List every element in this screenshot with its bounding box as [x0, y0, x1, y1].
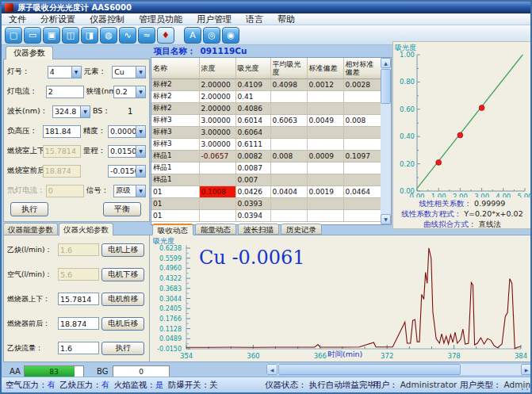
element-select[interactable]: Cu ▼ — [112, 66, 146, 78]
column-header[interactable]: 标准偏差 — [307, 58, 343, 78]
table-row[interactable]: 010.10080.04260.04040.00190.0464 — [151, 186, 381, 197]
signal-select[interactable]: 原级 ▼ — [113, 185, 146, 197]
lamp-icon[interactable]: ◎ — [203, 27, 220, 44]
scroll-left-icon[interactable]: ◀ — [266, 364, 277, 375]
chevron-down-icon[interactable]: ▼ — [136, 186, 145, 197]
chevron-down-icon[interactable]: ▼ — [80, 106, 90, 117]
resize-grip[interactable] — [520, 382, 530, 392]
column-header[interactable]: 名称 — [151, 58, 199, 78]
table-row[interactable]: 标样33.000000.6064 — [151, 126, 381, 138]
table-row[interactable]: 标样33.000000.60140.60630.00490.008 — [151, 114, 381, 126]
signal-label: 信号： — [86, 186, 113, 196]
motor-button[interactable]: 电机前移 — [101, 293, 144, 306]
scroll-up-icon[interactable]: ▲ — [381, 58, 391, 68]
table-row[interactable]: 样品10.007 — [151, 174, 381, 186]
flame-field-input[interactable] — [58, 342, 99, 354]
table-scrollbar[interactable]: ▲ ▼ — [381, 58, 391, 224]
aa-label: AA — [10, 367, 21, 376]
chevron-down-icon[interactable]: ▼ — [136, 67, 145, 78]
precision-select[interactable]: 0.0000 ▼ — [108, 125, 146, 138]
scroll-down-icon[interactable]: ▼ — [381, 214, 391, 224]
table-cell-rsd — [343, 126, 381, 138]
motor-button[interactable]: 电机后移 — [101, 317, 144, 331]
table-cell-abs: 0.0426 — [235, 186, 270, 197]
chevron-down-icon[interactable]: ▼ — [136, 86, 145, 98]
execute-button[interactable]: 执行 — [10, 202, 48, 216]
column-header[interactable]: 相对标准偏差 — [343, 58, 381, 78]
table-row[interactable]: 010.0393 — [151, 197, 381, 209]
energy-meter-icon[interactable]: ◫ — [62, 27, 79, 44]
new-file-icon[interactable]: ▢ — [5, 27, 22, 44]
table-row[interactable]: 010.0394 — [151, 209, 381, 221]
flame-field-input[interactable] — [58, 293, 99, 305]
wavelength-scan-icon[interactable]: ∿ — [119, 27, 136, 44]
flame-field-input[interactable] — [58, 317, 99, 330]
save-icon[interactable]: ▣ — [43, 27, 60, 44]
chevron-down-icon[interactable]: ▼ — [136, 126, 145, 137]
slit-label: 狭缝(nm)： — [86, 86, 113, 97]
menu-item[interactable]: 帮助 — [270, 13, 302, 25]
svg-text:0.40: 0.40 — [400, 132, 415, 140]
menu-item[interactable]: 仪器控制 — [82, 13, 132, 25]
column-header[interactable]: 平均吸光度 — [270, 58, 307, 78]
tab-absorbance-dynamics[interactable]: 吸收动态 — [152, 224, 193, 235]
table-row[interactable]: 标样22.000000.4086 — [151, 102, 381, 114]
column-header[interactable]: 浓度 — [199, 58, 235, 78]
table-row[interactable]: 样品10.0087 — [151, 162, 381, 174]
table-row[interactable]: 标样33.000000.6111 — [151, 138, 381, 150]
table-cell-name: 01 — [151, 186, 199, 197]
tab-wavelength-scan[interactable]: 波长扫描 — [238, 224, 279, 235]
wavelength-select[interactable]: 324.8 ▼ — [52, 105, 90, 118]
chevron-down-icon[interactable]: ▼ — [71, 67, 81, 78]
calibration-stats: 线性相关系数：0.99999线性系数方程式：Y=0.20*x+0.02曲线拟合方… — [392, 199, 532, 230]
chevron-down-icon[interactable]: ▼ — [136, 146, 145, 157]
motor-button[interactable]: 电机下移 — [101, 268, 144, 281]
neg-hv-input[interactable] — [43, 125, 81, 138]
lamp-current-input[interactable] — [46, 86, 84, 98]
table-row[interactable]: 标样22.000000.41090.40980.00120.0028 — [151, 78, 381, 90]
calibration-stat-line: 线性相关系数：0.99999 — [392, 199, 532, 209]
flame-field-row: 燃烧器上下：电机前移 — [4, 292, 149, 306]
status-label: 空气压力： — [6, 380, 48, 389]
tab-instrument-params[interactable]: 仪器参数 — [6, 46, 53, 59]
motor-button[interactable]: 电机上移 — [101, 243, 144, 257]
column-header[interactable]: 吸光度 — [235, 58, 270, 78]
tab-energy-params[interactable]: 仪器能量参数 — [3, 223, 58, 235]
table-cell-avg: 0.0404 — [270, 186, 307, 197]
bs-value: 1 — [124, 107, 132, 116]
open-folder-icon[interactable]: ▭ — [24, 27, 41, 44]
slit-select[interactable]: 0.2 ▼ — [113, 86, 146, 98]
menu-item[interactable]: 用户管理 — [189, 13, 239, 25]
balance-button[interactable]: 平衡 — [103, 202, 141, 216]
gain-meter-icon[interactable]: ◨ — [81, 27, 98, 44]
menu-item[interactable]: 语言 — [239, 13, 270, 25]
percent-meter-icon[interactable]: ◍ — [100, 27, 117, 44]
menu-item[interactable]: 分析设置 — [33, 13, 82, 25]
auto-zero-icon[interactable]: A — [184, 27, 201, 44]
power-icon[interactable]: ◉ — [222, 27, 239, 44]
range-select[interactable]: 0.0150 ▼ — [108, 145, 146, 158]
flame-ignite-icon[interactable]: ♦ — [157, 27, 174, 44]
scrollbar-thumb[interactable] — [381, 69, 391, 104]
chevron-down-icon[interactable]: ▼ — [136, 166, 145, 177]
table-row[interactable]: 标样22.000000.41 — [151, 90, 381, 102]
lamp-no-label: 灯号： — [7, 67, 48, 77]
motor-button[interactable]: 执行 — [101, 342, 144, 355]
chart-hscrollbar[interactable]: ◀ ▶ — [266, 364, 532, 375]
menu-item[interactable]: 文件 — [2, 13, 33, 25]
table-cell-rsd: 0.008 — [343, 114, 381, 126]
scroll-right-icon[interactable]: ▶ — [521, 364, 532, 375]
lamp-no-select[interactable]: 4 ▼ — [48, 66, 82, 78]
menu-item[interactable]: 管理员功能 — [132, 13, 189, 25]
table-cell-abs: 0.0087 — [235, 162, 270, 174]
table-row[interactable]: 样品1-0.06570.00820.0080.00090.1097 — [151, 150, 381, 162]
tab-flame-params[interactable]: 仪器火焰参数 — [59, 223, 113, 236]
tab-history[interactable]: 历史记录 — [281, 224, 322, 235]
tab-energy-dynamics[interactable]: 能量动态 — [195, 224, 236, 235]
title-bar[interactable]: 原子吸收分光光度计 AAS6000 — [2, 2, 530, 13]
aa-energy-value: 83 — [25, 366, 83, 377]
burner-adjust-icon[interactable]: ≈ — [138, 27, 155, 44]
range-low-select[interactable]: -0.0150 ▼ — [108, 165, 146, 178]
table-cell-avg: 0.4098 — [270, 78, 307, 90]
hscrollbar-thumb[interactable] — [278, 364, 461, 375]
